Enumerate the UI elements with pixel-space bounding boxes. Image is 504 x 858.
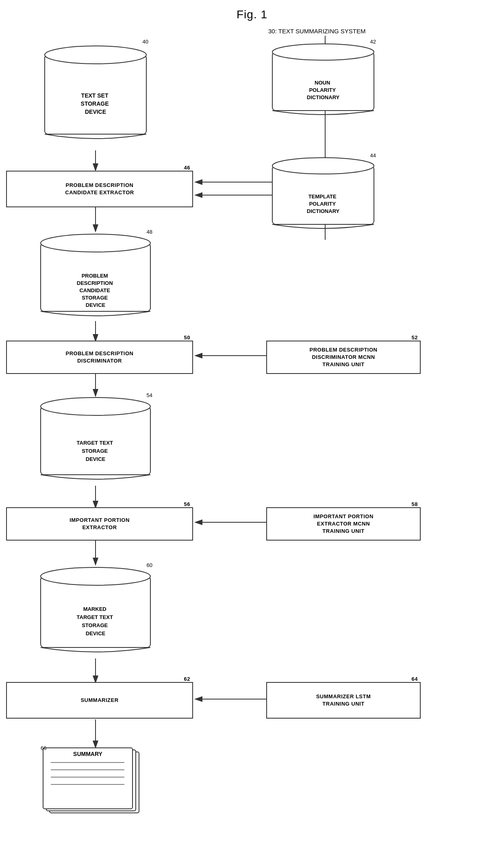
marked-target-text-storage: MARKED TARGET TEXT STORAGE DEVICE 60 bbox=[37, 564, 154, 663]
ref-62: 62 bbox=[184, 676, 190, 683]
ref-50: 50 bbox=[184, 334, 190, 341]
ref-60: 60 bbox=[147, 562, 152, 568]
summary: SUMMARY 66 bbox=[41, 747, 150, 820]
system-label: 30: TEXT SUMMARIZING SYSTEM bbox=[268, 28, 366, 35]
svg-text:TEXT SET
        STORAGE
     : TEXT SET STORAGE DEVICE bbox=[81, 92, 111, 115]
problem-desc-discriminator: PROBLEM DESCRIPTION DISCRIMINATOR 50 bbox=[6, 341, 193, 374]
svg-point-24 bbox=[272, 44, 374, 60]
svg-point-21 bbox=[45, 46, 146, 64]
figure-title: Fig. 1 bbox=[0, 0, 504, 21]
ref-48: 48 bbox=[147, 229, 152, 235]
ref-40: 40 bbox=[143, 39, 148, 45]
noun-polarity-dictionary: NOUN POLARITY DICTIONARY 42 bbox=[268, 41, 378, 124]
ref-46: 46 bbox=[184, 164, 190, 172]
problem-desc-candidate-storage: PROBLEM DESCRIPTION CANDIDATE STORAGE DE… bbox=[37, 231, 154, 326]
diagram-container: Fig. 1 30: TEXT SUMMARIZING SYSTEM bbox=[0, 0, 504, 858]
ref-44: 44 bbox=[370, 152, 376, 159]
ref-56: 56 bbox=[184, 501, 190, 508]
ref-64: 64 bbox=[412, 676, 418, 683]
template-polarity-dictionary: TEMPLATE POLARITY DICTIONARY 44 bbox=[268, 154, 378, 237]
ref-66: 66 bbox=[41, 745, 46, 751]
svg-text:TEMPLATE
        POLARITY
    : TEMPLATE POLARITY DICTIONARY bbox=[307, 193, 340, 214]
important-portion-extractor: IMPORTANT PORTION EXTRACTOR 56 bbox=[6, 507, 193, 541]
target-text-storage-device: TARGET TEXT STORAGE DEVICE 54 bbox=[37, 394, 154, 489]
important-portion-training: IMPORTANT PORTION EXTRACTOR MCNN TRAININ… bbox=[266, 507, 421, 541]
svg-point-33 bbox=[41, 398, 150, 415]
summarizer-training: SUMMARIZER LSTM TRAINING UNIT 64 bbox=[266, 682, 421, 719]
problem-desc-candidate-extractor: PROBLEM DESCRIPTION CANDIDATE EXTRACTOR … bbox=[6, 171, 193, 207]
summarizer: SUMMARIZER 62 bbox=[6, 682, 193, 719]
text-set-storage-device: TEXT SET STORAGE DEVICE 40 bbox=[41, 41, 150, 152]
ref-54: 54 bbox=[147, 392, 152, 398]
svg-text:SUMMARY: SUMMARY bbox=[73, 751, 102, 757]
ref-42: 42 bbox=[370, 39, 376, 45]
svg-point-27 bbox=[272, 158, 374, 174]
svg-point-36 bbox=[41, 567, 150, 585]
problem-desc-discriminator-training: PROBLEM DESCRIPTION DISCRIMINATOR MCNN T… bbox=[266, 341, 421, 374]
svg-point-30 bbox=[41, 234, 150, 252]
ref-58: 58 bbox=[412, 501, 418, 508]
ref-52: 52 bbox=[412, 334, 418, 341]
